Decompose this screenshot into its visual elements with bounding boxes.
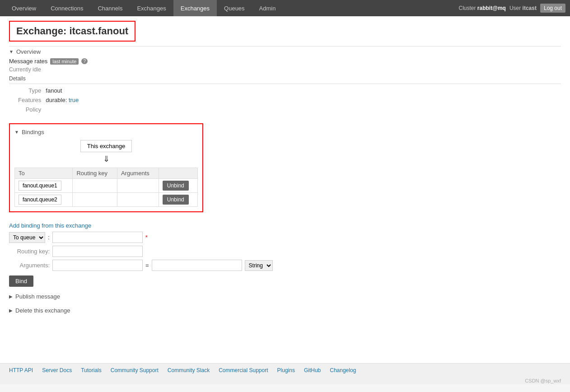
arguments-row: Arguments: = String [9, 260, 561, 271]
footer-link-changelog[interactable]: Changelog [330, 367, 356, 373]
arguments-cell-2 [117, 193, 159, 207]
nav-right: Cluster rabbit@mq User itcast Log out [459, 4, 566, 13]
arguments-label: Arguments: [9, 262, 50, 269]
message-rates-label: Message rates [9, 58, 47, 65]
user-name: itcast [523, 5, 537, 11]
routing-key-label: Routing key: [9, 248, 50, 255]
main-content: Exchange: itcast.fanout ▼ Overview Messa… [0, 16, 570, 363]
overview-section: ▼ Overview Message rates last minute ? C… [9, 46, 561, 114]
exchange-prefix: Exchange: [16, 25, 66, 37]
add-binding-section: Add binding from this exchange To queue … [9, 222, 561, 287]
footer-link-github[interactable]: GitHub [304, 367, 321, 373]
help-badge[interactable]: ? [81, 58, 88, 64]
arrow-down-icon: ⇓ [14, 154, 198, 164]
footer-link-plugins[interactable]: Plugins [277, 367, 295, 373]
type-value: fanout [46, 86, 83, 95]
queue-name-cell-2: fanout.queue2 [15, 193, 73, 207]
nav-tabs: Overview Connections Channels Exchanges … [5, 0, 283, 16]
type-label: Type [18, 86, 46, 95]
to-queue-select[interactable]: To queue [9, 232, 45, 243]
routing-key-cell-2 [73, 193, 117, 207]
tab-connections[interactable]: Connections [43, 0, 90, 16]
features-label: Features [18, 95, 46, 105]
bind-button[interactable]: Bind [9, 275, 33, 287]
bindings-header: ▼ Bindings [14, 129, 198, 135]
queue-name-button-1[interactable]: fanout.queue1 [19, 181, 61, 191]
equals-sign: = [145, 262, 149, 269]
idle-text: Currently idle [9, 66, 561, 73]
delete-exchange-header[interactable]: ▶ Delete this exchange [9, 305, 561, 316]
exchange-title-box: Exchange: itcast.fanout [9, 21, 135, 42]
delete-exchange-label: Delete this exchange [15, 307, 70, 314]
overview-label: Overview [16, 48, 41, 55]
routing-key-input[interactable] [52, 246, 143, 257]
watermark: CSDN @sp_wxf [0, 377, 570, 384]
unbind-cell-2: Unbind [159, 193, 197, 207]
arguments-value-input[interactable] [152, 260, 242, 271]
delete-toggle-icon: ▶ [9, 308, 13, 313]
footer-link-server-docs[interactable]: Server Docs [42, 367, 72, 373]
policy-label: Policy [18, 105, 46, 114]
features-value: durable: true [46, 95, 83, 105]
queue-name-button-2[interactable]: fanout.queue2 [19, 195, 61, 205]
user-info: User itcast [509, 5, 537, 11]
required-star: * [145, 234, 148, 241]
top-navigation: Overview Connections Channels Exchanges … [0, 0, 570, 16]
durable-true-link[interactable]: true [69, 97, 79, 103]
footer-link-http-api[interactable]: HTTP API [9, 367, 33, 373]
unbind-button-1[interactable]: Unbind [163, 181, 189, 191]
details-label: Details [9, 75, 561, 82]
bindings-toggle-icon[interactable]: ▼ [14, 130, 19, 135]
bindings-box: ▼ Bindings This exchange ⇓ To Routing ke… [9, 123, 203, 212]
binding-row-2: fanout.queue2 Unbind [15, 193, 198, 207]
arguments-key-input[interactable] [52, 260, 143, 271]
col-actions [159, 168, 197, 179]
routing-key-row: Routing key: [9, 246, 561, 257]
delete-exchange-section: ▶ Delete this exchange [9, 305, 561, 316]
tab-exchanges[interactable]: Exchanges [130, 0, 173, 16]
overview-header: ▼ Overview [9, 46, 561, 55]
footer-link-commercial-support[interactable]: Commercial Support [219, 367, 268, 373]
footer-link-tutorials[interactable]: Tutorials [81, 367, 102, 373]
overview-toggle-icon[interactable]: ▼ [9, 49, 14, 54]
publish-toggle-icon: ▶ [9, 294, 13, 299]
binding-row-1: fanout.queue1 Unbind [15, 179, 198, 193]
policy-value [46, 105, 83, 114]
routing-key-cell-1 [73, 179, 117, 193]
tab-exchanges-active[interactable]: Exchanges [173, 0, 217, 16]
add-binding-link[interactable]: Add binding from this exchange [9, 222, 91, 229]
colon-label: : [48, 234, 50, 241]
cluster-info: Cluster rabbit@mq [459, 5, 506, 11]
unbind-cell-1: Unbind [159, 179, 197, 193]
queue-name-cell-1: fanout.queue1 [15, 179, 73, 193]
tab-admin[interactable]: Admin [252, 0, 283, 16]
details-table: Type fanout Features durable: true Polic… [18, 86, 83, 114]
arguments-cell-1 [117, 179, 159, 193]
bindings-label: Bindings [22, 129, 44, 135]
publish-message-label: Publish message [15, 293, 60, 300]
last-minute-badge[interactable]: last minute [50, 58, 79, 65]
publish-message-header[interactable]: ▶ Publish message [9, 291, 561, 302]
tab-channels[interactable]: Channels [90, 0, 130, 16]
tab-overview[interactable]: Overview [5, 0, 43, 16]
to-queue-input[interactable] [52, 232, 143, 243]
col-arguments: Arguments [117, 168, 159, 179]
this-exchange-button[interactable]: This exchange [80, 140, 132, 152]
col-to: To [15, 168, 73, 179]
bindings-table: To Routing key Arguments fanout.queue1 U… [14, 168, 198, 207]
footer-link-community-support[interactable]: Community Support [111, 367, 159, 373]
tab-queues[interactable]: Queues [217, 0, 252, 16]
to-queue-row: To queue : * [9, 232, 561, 243]
footer: HTTP API Server Docs Tutorials Community… [0, 363, 570, 377]
unbind-button-2[interactable]: Unbind [163, 195, 189, 205]
exchange-name: itcast.fanout [69, 25, 128, 37]
footer-link-community-slack[interactable]: Community Slack [168, 367, 210, 373]
publish-message-section: ▶ Publish message [9, 291, 561, 302]
cluster-name: rabbit@mq [477, 5, 506, 11]
col-routing-key: Routing key [73, 168, 117, 179]
message-rates-row: Message rates last minute ? [9, 58, 561, 65]
arguments-type-select[interactable]: String [245, 260, 273, 271]
logout-button[interactable]: Log out [540, 4, 565, 13]
